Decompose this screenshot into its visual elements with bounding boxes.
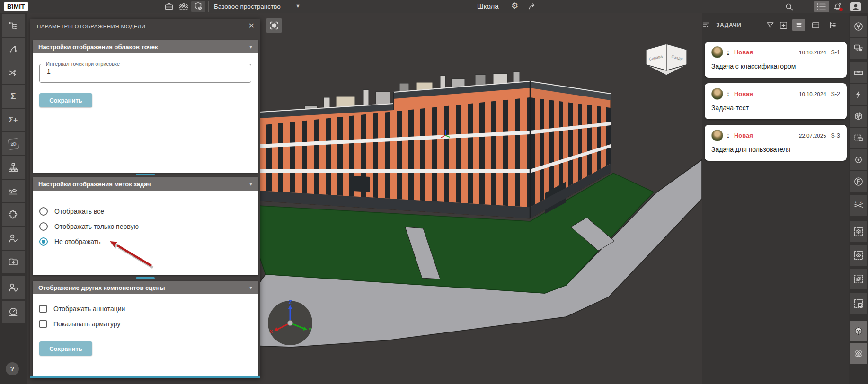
- toolbar-item-flash[interactable]: [850, 84, 867, 105]
- ruler-icon: [853, 68, 864, 78]
- filter-icon[interactable]: [766, 21, 775, 30]
- toolbar-item-measure[interactable]: [850, 62, 867, 83]
- toolbar-item-sum-add[interactable]: Σ+: [2, 109, 25, 131]
- checkbox-show-rebar[interactable]: Показывать арматуру: [33, 316, 258, 332]
- section-title: Настройки отображения облаков точек: [38, 44, 158, 51]
- fit-to-view-button[interactable]: [266, 18, 282, 33]
- account-button[interactable]: [849, 1, 862, 12]
- clear-selection-icon: [853, 298, 864, 309]
- save-scene-components-button[interactable]: Сохранить: [39, 341, 92, 356]
- toolbar-item-clear-selection[interactable]: [850, 293, 867, 314]
- navigation-cube[interactable]: Справа Сзади: [645, 40, 690, 78]
- tasks-title: ЗАДАЧИ: [716, 22, 742, 28]
- toolbar-item-export[interactable]: [2, 251, 25, 273]
- toolbar-item-approvals[interactable]: [2, 227, 25, 250]
- toolbar-item-point-cloud[interactable]: [850, 16, 867, 37]
- toolbar-item-clip-box[interactable]: [850, 106, 867, 127]
- toolbar-item-orbit[interactable]: [850, 343, 867, 364]
- section-header-task-labels[interactable]: Настройки отображения меток задач ▾: [33, 177, 258, 191]
- checkbox-show-annotations[interactable]: Отображать аннотации: [33, 301, 258, 316]
- task-date: 22.07.2025: [799, 133, 826, 139]
- orientation-gizmo[interactable]: Z X Y: [267, 299, 313, 347]
- license-button[interactable]: [191, 1, 205, 12]
- team-button[interactable]: [177, 1, 190, 12]
- notification-badge: [839, 8, 843, 11]
- checkbox-icon: [39, 305, 47, 313]
- section-title: Настройки отображения меток задач: [38, 181, 151, 188]
- toolbar-item-clash[interactable]: [2, 61, 25, 84]
- checkbox-icon: [39, 320, 47, 328]
- toolbar-item-charts[interactable]: [2, 180, 25, 202]
- checkbox-label: Показывать арматуру: [53, 320, 120, 328]
- toolbar-item-show-selection[interactable]: [850, 245, 867, 266]
- add-task-icon[interactable]: [779, 21, 788, 30]
- toolbar-item-isolate-selection[interactable]: [850, 221, 867, 242]
- task-date: 10.10.2024: [799, 50, 826, 55]
- toolbar-item-flag[interactable]: [850, 171, 867, 192]
- org-chart-icon: [8, 162, 19, 173]
- task-id: S-2: [831, 91, 840, 97]
- axis-x-label: X: [269, 329, 273, 334]
- toolbar-item-locate[interactable]: [850, 149, 867, 170]
- avatar: [711, 46, 723, 58]
- toolbar-item-user-location[interactable]: [2, 276, 25, 299]
- radio-show-all[interactable]: Отображать все: [33, 204, 258, 219]
- avatar: [711, 130, 723, 141]
- branch-icon: [8, 44, 19, 55]
- flash-icon: [853, 89, 864, 100]
- task-card[interactable]: ▲▲ Новая 10.10.2024 S-1 Задача с классиф…: [705, 42, 847, 78]
- view-list-button[interactable]: [792, 19, 805, 31]
- axis-z-label: Z: [289, 299, 292, 305]
- toolbar-item-relations[interactable]: [2, 38, 25, 61]
- view-table-button[interactable]: [809, 19, 822, 31]
- radio-do-not-show[interactable]: Не отображать: [33, 234, 258, 249]
- point-interval-label: Интервал точек при отрисовке: [44, 61, 122, 67]
- svg-text:1: 1: [855, 201, 856, 203]
- radio-label: Отображать только первую: [54, 223, 139, 230]
- task-card[interactable]: ▲▲ Новая 10.10.2024 S-2 Задача-тест: [705, 83, 847, 119]
- sort-icon[interactable]: [702, 20, 711, 30]
- toolbar-item-dashboard[interactable]: [2, 301, 25, 323]
- radio-label: Не отображать: [54, 238, 100, 245]
- toolbar-item-model-tree[interactable]: [2, 14, 25, 37]
- project-settings-button[interactable]: ⚙: [511, 1, 518, 11]
- sigma-plus-icon: Σ+: [9, 116, 18, 124]
- app-logo[interactable]: BiMiT: [4, 2, 28, 11]
- avatar: [711, 88, 723, 100]
- scene-components-card: Отображение других компонентов сцены ▾ О…: [33, 281, 258, 376]
- point-interval-input[interactable]: [46, 67, 236, 76]
- search-button[interactable]: [783, 1, 795, 12]
- 2d-icon: 2D: [8, 138, 19, 149]
- close-icon[interactable]: ✕: [248, 21, 255, 30]
- toolbar-item-hide-selection[interactable]: [850, 269, 867, 289]
- share-button[interactable]: [526, 1, 538, 12]
- view-hierarchy-button[interactable]: [826, 19, 839, 31]
- user-pin-icon: [8, 282, 19, 293]
- toolbar-item-measure-points[interactable]: 1 2: [850, 195, 867, 216]
- toolbar-item-structure[interactable]: [2, 156, 25, 179]
- task-list-toggle[interactable]: [814, 1, 829, 12]
- task-id: S-3: [831, 132, 840, 139]
- task-labels-settings-card: Настройки отображения меток задач ▾ Отоб…: [33, 177, 258, 275]
- section-plane-icon: [853, 133, 864, 143]
- chevron-down-icon: ▼: [295, 3, 301, 9]
- section-header-scene-components[interactable]: Отображение других компонентов сцены ▾: [33, 281, 258, 294]
- save-point-cloud-button[interactable]: Сохранить: [39, 93, 92, 107]
- help-button[interactable]: ?: [6, 362, 19, 375]
- select-objects-icon: [853, 43, 864, 53]
- toolbar-item-select-objects[interactable]: [850, 38, 867, 59]
- toolbar-item-section-plane[interactable]: [850, 128, 867, 148]
- list-view-icon: [795, 21, 803, 29]
- toolbar-item-cube-view[interactable]: [850, 321, 867, 341]
- section-header-point-clouds[interactable]: Настройки отображения облаков точек ▾: [33, 40, 258, 53]
- projects-button[interactable]: [163, 1, 175, 12]
- application-window: BiMiT Базовое пространство: [0, 0, 868, 384]
- toolbar-item-2d[interactable]: 2D: [2, 132, 25, 155]
- toolbar-item-sum[interactable]: Σ: [2, 85, 25, 108]
- right-toolbar: 1 2: [849, 13, 868, 384]
- radio-show-first-only[interactable]: Отображать только первую: [33, 219, 258, 234]
- top-bar-divider: [208, 1, 209, 12]
- priority-icon: ▲▲: [726, 91, 730, 97]
- task-card[interactable]: ▲▲ Новая 22.07.2025 S-3 Задача для польз…: [705, 125, 847, 161]
- toolbar-item-plugins[interactable]: [2, 203, 25, 226]
